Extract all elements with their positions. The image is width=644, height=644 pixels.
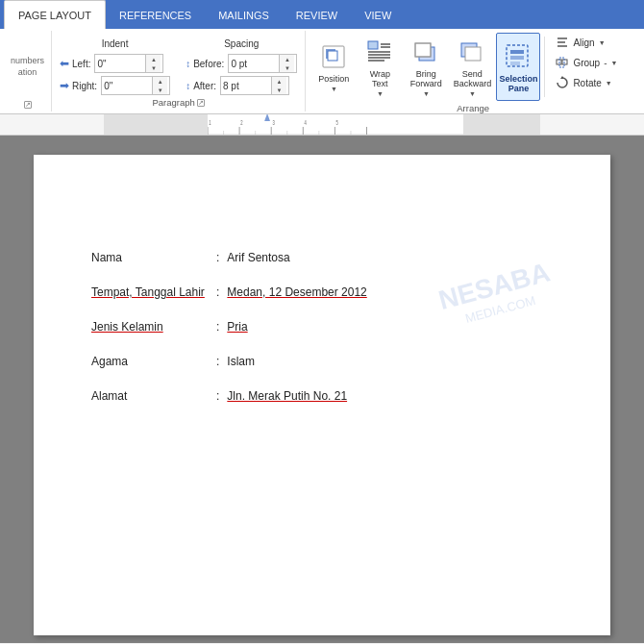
value-jk: Pria [227,320,247,334]
ation-label: ation [18,67,37,77]
tab-mailings[interactable]: MAILINGS [205,0,283,29]
arrange-label: Arrange [457,103,489,113]
selection-pane-label: Selection Pane [499,74,537,93]
rotate-label: Rotate [573,78,601,88]
value-agama: Islam [227,355,255,368]
label-nama: Nama [91,251,122,264]
tab-view[interactable]: VIEW [351,0,405,29]
value-nama: Arif Sentosa [227,251,289,264]
label-ttl: Tempat, Tanggal Lahir [91,285,205,299]
colon-jk: : [216,320,219,334]
indent-title: Indent [60,38,170,49]
svg-rect-17 [510,56,524,60]
position-button[interactable]: Position ▼ [311,33,356,101]
list-item: Jenis Kelamin : Pria [91,320,553,334]
svg-text:5: 5 [336,119,338,126]
align-icon [556,36,569,49]
indent-right-spin-up[interactable]: ▲ [153,77,167,86]
list-item: Nama : Arif Sentosa [91,251,553,264]
spacing-after-spin-up[interactable]: ▲ [272,77,286,86]
position-icon [318,41,349,72]
align-button[interactable]: Align ▼ [549,33,624,52]
spacing-title: Spacing [186,38,297,49]
wrap-text-button[interactable]: Wrap Text ▼ [358,33,402,101]
svg-rect-3 [368,41,378,49]
position-label: Position [318,74,349,84]
bring-forward-dropdown-icon: ▼ [423,90,430,97]
send-backward-button[interactable]: Send Backward ▼ [450,33,494,101]
rotate-icon [556,76,569,89]
document-page[interactable]: NESABA MEDIA.COM Nama : Arif Sentosa Tem… [34,155,610,635]
spacing-before-label: ↕ Before: [186,59,224,69]
wrap-text-icon [364,37,395,67]
para-expand-left[interactable]: ↗ [24,101,32,109]
colon-agama: : [216,355,219,368]
group-button[interactable]: Group - ▼ [549,53,624,72]
svg-text:4: 4 [304,119,307,126]
group-icon [556,56,569,69]
colon-alamat: : [216,389,219,403]
spacing-after-label: ↕ After: [186,81,216,91]
svg-rect-16 [510,50,524,54]
label-jk: Jenis Kelamin [91,320,163,334]
indent-right-label: ➡ Right: [60,79,97,92]
svg-rect-14 [465,47,481,61]
svg-rect-18 [510,62,520,65]
list-item: Agama : Islam [91,355,553,368]
label-agama: Agama [91,355,128,368]
list-item: Tempat, Tanggal Lahir : Medan, 12 Desemb… [91,285,553,299]
value-alamat: Jln. Merak Putih No. 21 [227,389,347,403]
send-backward-label: Send Backward [454,69,492,88]
list-item: Alamat : Jln. Merak Putih No. 21 [91,389,553,403]
indent-right-input[interactable] [102,80,152,92]
wrap-text-dropdown-icon: ▼ [377,90,384,97]
colon-ttl: : [216,285,219,299]
align-dropdown-icon: ▼ [599,39,606,46]
svg-rect-2 [328,51,337,61]
svg-text:3: 3 [272,119,274,126]
svg-text:1: 1 [209,119,211,126]
group-label: Group [573,58,600,68]
send-backward-icon [457,37,487,67]
label-alamat: Alamat [91,389,127,403]
svg-text:2: 2 [240,119,242,126]
indent-left-spin-up[interactable]: ▲ [146,55,161,63]
indent-left-input[interactable] [95,58,145,70]
paragraph-label: Paragraph [153,97,195,108]
selection-pane-button[interactable]: Selection Pane [496,33,540,101]
bring-forward-icon [410,37,441,67]
bring-forward-label: Bring Forward [410,69,442,88]
numbers-label: numbers [11,56,44,65]
tab-references[interactable]: REFERENCES [106,0,205,29]
tab-review[interactable]: REVIEW [283,0,351,29]
indent-left-label: ⬅ Left: [60,57,90,70]
spacing-before-spin-down[interactable]: ▼ [280,63,294,72]
tab-page-layout[interactable]: PAGE LAYOUT [4,0,106,29]
svg-rect-11 [415,43,431,57]
indent-left-spin-down[interactable]: ▼ [146,63,161,72]
selection-pane-icon [503,41,533,72]
send-backward-dropdown-icon: ▼ [469,90,476,97]
spacing-before-input[interactable] [229,58,279,70]
doc-content: Nama : Arif Sentosa Tempat, Tanggal Lahi… [91,251,553,403]
rotate-button[interactable]: Rotate ▼ [549,73,624,92]
indent-right-spin-down[interactable]: ▼ [153,86,167,94]
colon-nama: : [216,251,219,264]
group-dropdown-icon: ▼ [611,60,618,66]
bring-forward-button[interactable]: Bring Forward ▼ [404,33,448,101]
wrap-text-label: Wrap Text [370,69,390,88]
document-area: NESABA MEDIA.COM Nama : Arif Sentosa Tem… [0,136,644,643]
svg-marker-43 [264,114,270,121]
spacing-after-input[interactable] [221,80,271,92]
ruler: 1 2 3 4 5 [0,114,644,136]
spacing-before-spin-up[interactable]: ▲ [280,55,294,63]
align-label: Align [573,37,594,48]
para-expand[interactable]: ↗ [197,99,205,107]
value-ttl: Medan, 12 Desember 2012 [227,285,366,299]
rotate-dropdown-icon: ▼ [606,80,612,87]
spacing-after-spin-down[interactable]: ▼ [272,86,286,94]
position-dropdown-icon: ▼ [331,86,337,92]
